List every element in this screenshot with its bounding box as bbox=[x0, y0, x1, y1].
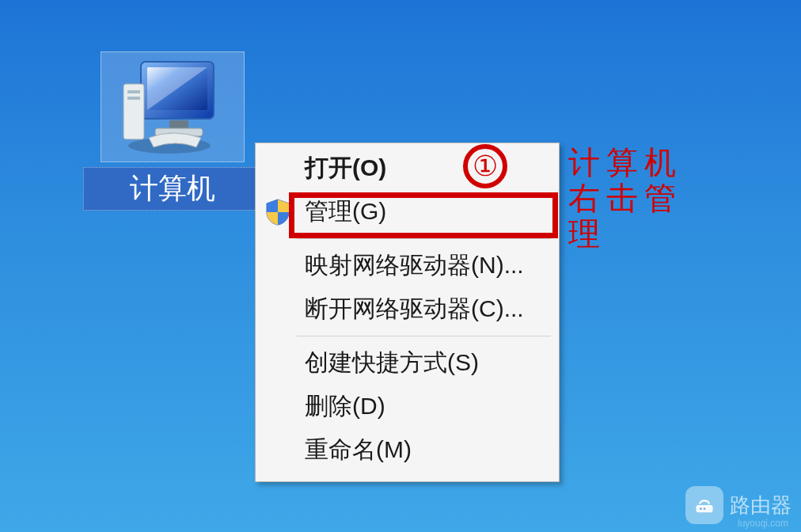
menu-item-label: 删除(D) bbox=[305, 390, 385, 423]
menu-item-open[interactable]: 打开(O) bbox=[257, 146, 557, 190]
menu-item-manage[interactable]: 管理(G) bbox=[257, 190, 557, 234]
menu-item-label: 重命名(M) bbox=[305, 434, 412, 466]
menu-item-disconnect-drive[interactable]: 断开网络驱动器(C)... bbox=[257, 287, 557, 331]
menu-item-label: 打开(O) bbox=[305, 152, 386, 184]
watermark-brand: 路由器 bbox=[730, 492, 792, 519]
menu-separator bbox=[297, 336, 551, 336]
annotation-step-number: ① bbox=[463, 144, 507, 188]
menu-item-label: 创建快捷方式(S) bbox=[305, 347, 479, 379]
menu-item-create-shortcut[interactable]: 创建快捷方式(S) bbox=[257, 341, 557, 385]
menu-item-label: 管理(G) bbox=[305, 196, 386, 228]
computer-icon bbox=[117, 55, 228, 158]
svg-point-9 bbox=[700, 507, 702, 510]
annotation-number-text: ① bbox=[473, 150, 498, 183]
svg-rect-2 bbox=[169, 120, 188, 128]
menu-item-label: 断开网络驱动器(C)... bbox=[305, 293, 524, 325]
menu-separator bbox=[297, 238, 551, 239]
menu-item-map-drive[interactable]: 映射网络驱动器(N)... bbox=[257, 244, 557, 287]
icon-selection-bg bbox=[101, 51, 245, 162]
menu-item-delete[interactable]: 删除(D) bbox=[257, 385, 557, 428]
desktop-icon-label: 计算机 bbox=[83, 167, 261, 211]
menu-item-rename[interactable]: 重命名(M) bbox=[257, 428, 557, 472]
watermark-logo-icon bbox=[685, 486, 723, 524]
context-menu-list: 打开(O) 管理(G) 映射网络驱动器(N)... 断开网络驱动器(C)... bbox=[257, 146, 557, 472]
desktop-computer-icon[interactable]: 计算机 bbox=[83, 51, 261, 211]
context-menu: 打开(O) 管理(G) 映射网络驱动器(N)... 断开网络驱动器(C)... bbox=[255, 142, 560, 482]
shield-icon bbox=[264, 198, 292, 226]
annotation-hint-text: 计算机右击管理 bbox=[568, 146, 695, 252]
menu-item-label: 映射网络驱动器(N)... bbox=[305, 249, 524, 282]
svg-point-10 bbox=[704, 507, 706, 510]
svg-rect-6 bbox=[127, 97, 140, 100]
svg-rect-5 bbox=[127, 90, 140, 93]
watermark-sub: luyouqi.com bbox=[738, 518, 788, 529]
